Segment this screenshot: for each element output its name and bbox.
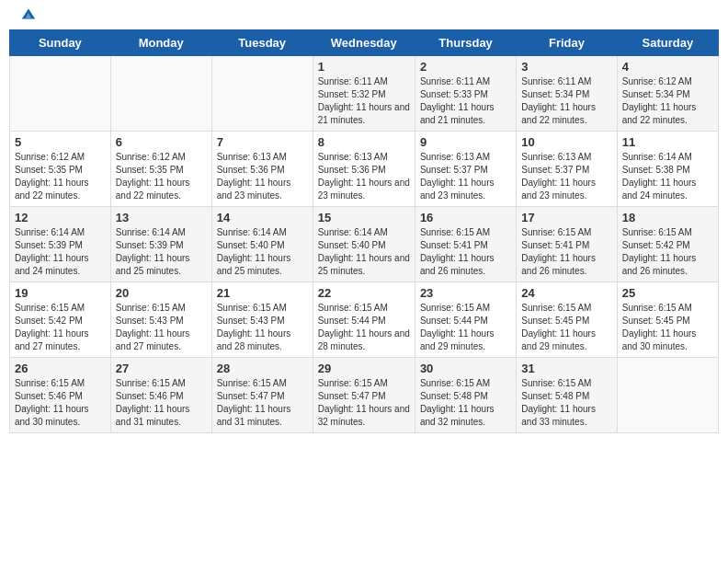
calendar-cell: 20Sunrise: 6:15 AMSunset: 5:43 PMDayligh… [110, 282, 211, 358]
calendar-cell: 15Sunrise: 6:14 AMSunset: 5:40 PMDayligh… [313, 207, 415, 282]
calendar-cell: 14Sunrise: 6:14 AMSunset: 5:40 PMDayligh… [211, 207, 313, 282]
day-info: Sunrise: 6:14 AMSunset: 5:39 PMDaylight:… [116, 226, 207, 278]
day-number: 24 [521, 286, 611, 300]
day-number: 6 [116, 135, 207, 149]
day-info: Sunrise: 6:15 AMSunset: 5:44 PMDaylight:… [420, 302, 511, 353]
calendar-cell: 1Sunrise: 6:11 AMSunset: 5:32 PMDaylight… [313, 56, 415, 132]
day-number: 3 [521, 60, 611, 74]
day-header-wednesday: Wednesday [313, 30, 415, 56]
calendar-cell: 11Sunrise: 6:14 AMSunset: 5:38 PMDayligh… [617, 132, 718, 207]
day-number: 30 [420, 362, 511, 375]
day-number: 21 [217, 286, 308, 300]
day-header-friday: Friday [517, 30, 617, 56]
day-info: Sunrise: 6:15 AMSunset: 5:43 PMDaylight:… [116, 302, 207, 353]
day-number: 14 [217, 211, 308, 224]
day-info: Sunrise: 6:13 AMSunset: 5:36 PMDaylight:… [217, 151, 308, 202]
day-number: 27 [116, 362, 207, 375]
day-header-tuesday: Tuesday [211, 30, 313, 56]
day-info: Sunrise: 6:14 AMSunset: 5:40 PMDaylight:… [318, 226, 410, 278]
day-info: Sunrise: 6:15 AMSunset: 5:42 PMDaylight:… [15, 302, 106, 353]
logo-icon [20, 6, 37, 22]
calendar-cell: 30Sunrise: 6:15 AMSunset: 5:48 PMDayligh… [415, 358, 516, 433]
day-header-sunday: Sunday [10, 30, 111, 56]
calendar-week-row: 12Sunrise: 6:14 AMSunset: 5:39 PMDayligh… [10, 207, 719, 282]
day-info: Sunrise: 6:15 AMSunset: 5:41 PMDaylight:… [521, 226, 611, 278]
day-info: Sunrise: 6:15 AMSunset: 5:48 PMDaylight:… [521, 377, 611, 429]
calendar-cell: 28Sunrise: 6:15 AMSunset: 5:47 PMDayligh… [211, 358, 313, 433]
calendar-cell: 24Sunrise: 6:15 AMSunset: 5:45 PMDayligh… [517, 282, 617, 358]
calendar-cell: 8Sunrise: 6:13 AMSunset: 5:36 PMDaylight… [313, 132, 415, 207]
day-number: 28 [217, 362, 308, 375]
day-info: Sunrise: 6:14 AMSunset: 5:39 PMDaylight:… [15, 226, 106, 278]
logo [18, 17, 37, 22]
day-number: 8 [318, 135, 410, 149]
day-info: Sunrise: 6:12 AMSunset: 5:35 PMDaylight:… [15, 151, 106, 202]
day-info: Sunrise: 6:12 AMSunset: 5:34 PMDaylight:… [622, 75, 713, 127]
calendar-cell: 4Sunrise: 6:12 AMSunset: 5:34 PMDaylight… [617, 56, 718, 132]
day-number: 4 [622, 60, 713, 74]
day-number: 20 [116, 286, 207, 300]
calendar-cell: 23Sunrise: 6:15 AMSunset: 5:44 PMDayligh… [415, 282, 516, 358]
calendar-cell [211, 56, 313, 132]
calendar-header-row: SundayMondayTuesdayWednesdayThursdayFrid… [10, 30, 719, 56]
calendar-cell: 17Sunrise: 6:15 AMSunset: 5:41 PMDayligh… [517, 207, 617, 282]
calendar-week-row: 1Sunrise: 6:11 AMSunset: 5:32 PMDaylight… [10, 56, 719, 132]
day-number: 5 [15, 135, 106, 149]
calendar-cell: 29Sunrise: 6:15 AMSunset: 5:47 PMDayligh… [313, 358, 415, 433]
day-number: 23 [420, 286, 511, 300]
calendar-cell: 3Sunrise: 6:11 AMSunset: 5:34 PMDaylight… [517, 56, 617, 132]
calendar-cell: 19Sunrise: 6:15 AMSunset: 5:42 PMDayligh… [10, 282, 111, 358]
calendar-cell: 5Sunrise: 6:12 AMSunset: 5:35 PMDaylight… [10, 132, 111, 207]
day-info: Sunrise: 6:11 AMSunset: 5:32 PMDaylight:… [318, 75, 410, 127]
calendar-cell: 18Sunrise: 6:15 AMSunset: 5:42 PMDayligh… [617, 207, 718, 282]
day-info: Sunrise: 6:15 AMSunset: 5:44 PMDaylight:… [318, 302, 410, 353]
day-info: Sunrise: 6:15 AMSunset: 5:48 PMDaylight:… [420, 377, 511, 429]
calendar-week-row: 19Sunrise: 6:15 AMSunset: 5:42 PMDayligh… [10, 282, 719, 358]
day-info: Sunrise: 6:12 AMSunset: 5:35 PMDaylight:… [116, 151, 207, 202]
day-info: Sunrise: 6:11 AMSunset: 5:34 PMDaylight:… [521, 75, 611, 127]
day-number: 2 [420, 60, 511, 74]
day-info: Sunrise: 6:15 AMSunset: 5:47 PMDaylight:… [318, 377, 410, 429]
day-info: Sunrise: 6:15 AMSunset: 5:42 PMDaylight:… [622, 226, 713, 278]
calendar-cell: 25Sunrise: 6:15 AMSunset: 5:45 PMDayligh… [617, 282, 718, 358]
day-number: 25 [622, 286, 713, 300]
day-number: 9 [420, 135, 511, 149]
day-number: 16 [420, 211, 511, 224]
calendar-cell: 21Sunrise: 6:15 AMSunset: 5:43 PMDayligh… [211, 282, 313, 358]
calendar-cell: 26Sunrise: 6:15 AMSunset: 5:46 PMDayligh… [10, 358, 111, 433]
day-number: 29 [318, 362, 410, 375]
day-number: 10 [521, 135, 611, 149]
day-info: Sunrise: 6:15 AMSunset: 5:45 PMDaylight:… [521, 302, 611, 353]
calendar-cell: 13Sunrise: 6:14 AMSunset: 5:39 PMDayligh… [110, 207, 211, 282]
calendar-cell [10, 56, 111, 132]
day-info: Sunrise: 6:13 AMSunset: 5:37 PMDaylight:… [420, 151, 511, 202]
day-info: Sunrise: 6:15 AMSunset: 5:43 PMDaylight:… [217, 302, 308, 353]
calendar-table: SundayMondayTuesdayWednesdayThursdayFrid… [9, 29, 719, 433]
day-info: Sunrise: 6:14 AMSunset: 5:40 PMDaylight:… [217, 226, 308, 278]
day-number: 15 [318, 211, 410, 224]
calendar-cell: 27Sunrise: 6:15 AMSunset: 5:46 PMDayligh… [110, 358, 211, 433]
day-info: Sunrise: 6:14 AMSunset: 5:38 PMDaylight:… [622, 151, 713, 202]
day-number: 19 [15, 286, 106, 300]
day-number: 26 [15, 362, 106, 375]
day-info: Sunrise: 6:15 AMSunset: 5:41 PMDaylight:… [420, 226, 511, 278]
day-info: Sunrise: 6:13 AMSunset: 5:36 PMDaylight:… [318, 151, 410, 202]
page-header [9, 9, 719, 22]
calendar-cell: 9Sunrise: 6:13 AMSunset: 5:37 PMDaylight… [415, 132, 516, 207]
day-header-monday: Monday [110, 30, 211, 56]
day-number: 18 [622, 211, 713, 224]
calendar-week-row: 26Sunrise: 6:15 AMSunset: 5:46 PMDayligh… [10, 358, 719, 433]
day-info: Sunrise: 6:15 AMSunset: 5:45 PMDaylight:… [622, 302, 713, 353]
day-number: 17 [521, 211, 611, 224]
calendar-cell [110, 56, 211, 132]
calendar-cell: 6Sunrise: 6:12 AMSunset: 5:35 PMDaylight… [110, 132, 211, 207]
day-header-thursday: Thursday [415, 30, 516, 56]
day-info: Sunrise: 6:15 AMSunset: 5:46 PMDaylight:… [116, 377, 207, 429]
calendar-week-row: 5Sunrise: 6:12 AMSunset: 5:35 PMDaylight… [10, 132, 719, 207]
calendar-cell: 10Sunrise: 6:13 AMSunset: 5:37 PMDayligh… [517, 132, 617, 207]
calendar-cell: 31Sunrise: 6:15 AMSunset: 5:48 PMDayligh… [517, 358, 617, 433]
day-number: 13 [116, 211, 207, 224]
calendar-cell: 2Sunrise: 6:11 AMSunset: 5:33 PMDaylight… [415, 56, 516, 132]
day-number: 1 [318, 60, 410, 74]
calendar-cell: 12Sunrise: 6:14 AMSunset: 5:39 PMDayligh… [10, 207, 111, 282]
